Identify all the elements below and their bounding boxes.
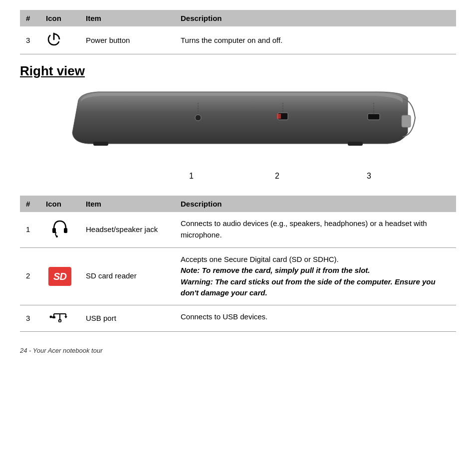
label-3: 3 xyxy=(367,172,371,181)
table-row: 3 Power button Turns the computer on and… xyxy=(20,26,456,54)
sd-desc-warning: Warning: The card sticks out from the si… xyxy=(181,277,436,297)
sd-desc-plain: Accepts one Secure Digital card (SD or S… xyxy=(181,255,339,263)
svg-rect-3 xyxy=(348,142,363,146)
row-description: Connects to USB devices. xyxy=(175,305,456,332)
row-item: USB port xyxy=(80,305,175,332)
table-row: 2 SD SD card reader Accepts one Secure D… xyxy=(20,247,456,305)
row-num: 3 xyxy=(20,305,40,332)
laptop-image-container xyxy=(20,88,456,168)
top-table-header-hash: # xyxy=(20,10,40,26)
svg-marker-21 xyxy=(64,316,67,318)
main-table-header-description: Description xyxy=(175,196,456,212)
main-table-header-item: Item xyxy=(80,196,175,212)
svg-point-22 xyxy=(59,319,61,322)
svg-rect-11 xyxy=(402,115,411,127)
row-item: Power button xyxy=(80,26,175,54)
row-description-sd: Accepts one Secure Digital card (SD or S… xyxy=(175,247,456,305)
row-icon: SD xyxy=(40,247,80,305)
headset-icon xyxy=(50,231,70,239)
svg-point-14 xyxy=(56,236,58,238)
row-icon xyxy=(40,305,80,332)
svg-rect-13 xyxy=(64,228,67,233)
number-labels: 1 2 3 xyxy=(48,172,428,186)
main-table-header-hash: # xyxy=(20,196,40,212)
usb-icon xyxy=(49,315,71,324)
main-table: # Icon Item Description 1 xyxy=(20,196,456,332)
svg-rect-12 xyxy=(52,228,56,233)
sd-icon: SD xyxy=(48,267,71,286)
right-view-heading: Right view xyxy=(20,63,456,79)
row-num: 3 xyxy=(20,26,40,54)
svg-line-24 xyxy=(51,317,52,317)
row-num: 1 xyxy=(20,212,40,247)
top-table-header-item: Item xyxy=(80,10,175,26)
sd-desc-note: Note: To remove the card, simply pull it… xyxy=(181,266,370,274)
svg-rect-7 xyxy=(277,114,281,119)
svg-rect-18 xyxy=(52,316,55,318)
table-row: 1 Headset/speaker jack xyxy=(20,212,456,247)
power-icon xyxy=(46,31,62,47)
top-table-header-icon: Icon xyxy=(40,10,80,26)
svg-rect-9 xyxy=(368,114,380,120)
table-row: 3 xyxy=(20,305,456,332)
row-description: Connects to audio devices (e.g., speaker… xyxy=(175,212,456,247)
row-item: SD card reader xyxy=(80,247,175,305)
footer: 24 - Your Acer notebook tour xyxy=(20,347,456,354)
svg-rect-2 xyxy=(93,142,108,146)
row-item: Headset/speaker jack xyxy=(80,212,175,247)
main-table-header-icon: Icon xyxy=(40,196,80,212)
row-icon xyxy=(40,26,80,54)
svg-point-4 xyxy=(195,115,201,121)
top-table-header-description: Description xyxy=(175,10,456,26)
row-icon xyxy=(40,212,80,247)
top-table: # Icon Item Description 3 Power button T… xyxy=(20,10,456,54)
row-num: 2 xyxy=(20,247,40,305)
label-1: 1 xyxy=(189,172,194,181)
label-2: 2 xyxy=(275,172,279,181)
laptop-image xyxy=(48,88,428,168)
row-description: Turns the computer on and off. xyxy=(175,26,456,54)
